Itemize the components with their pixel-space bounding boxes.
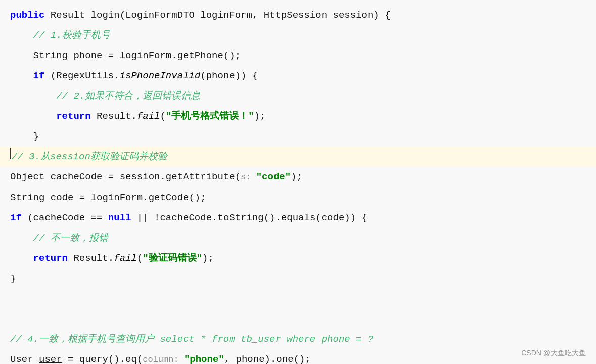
code-line-16	[0, 309, 596, 329]
code-line-14: }	[0, 268, 596, 289]
code-text: (cacheCode ==	[22, 209, 108, 227]
method-fail: fail	[114, 249, 137, 267]
code-text: Result.	[68, 249, 114, 267]
code-indent	[10, 229, 33, 247]
string-value: "phone"	[184, 350, 224, 364]
comment-text: // 3.从session获取验证码并校验	[12, 148, 167, 166]
code-line-10: String code = loginForm.getCode();	[0, 188, 596, 208]
keyword-return: return	[33, 249, 68, 267]
code-line-5: // 2.如果不符合，返回错误信息	[0, 86, 596, 106]
code-line-12: // 不一致，报错	[0, 228, 596, 248]
string-value: "手机号格式错误！"	[166, 107, 254, 125]
code-text: );	[202, 249, 214, 267]
code-user-var: user	[39, 350, 62, 364]
code-text: login(LoginFormDTO loginForm, HttpSessio…	[91, 6, 391, 24]
comment-text: // 4.一致，根据手机号查询用户	[10, 330, 160, 348]
code-line-3: String phone = loginForm.getPhone();	[0, 46, 596, 66]
param-hint: column:	[143, 351, 184, 364]
keyword-return: return	[56, 107, 90, 125]
code-indent	[10, 249, 33, 267]
code-line-13: return Result.fail("验证码错误");	[0, 248, 596, 268]
code-line-8: // 3.从session获取验证码并校验	[0, 147, 596, 167]
watermark: CSDN @大鱼吃大鱼	[521, 349, 586, 358]
keyword-public: public	[10, 6, 44, 24]
code-indent	[10, 26, 33, 44]
comment-text: // 2.如果不符合，返回错误信息	[56, 87, 200, 105]
string-value: "code"	[256, 168, 291, 186]
comment-text: // 1.校验手机号	[33, 26, 110, 44]
code-text: );	[291, 168, 302, 186]
code-editor: public Result login(LoginFormDTO loginFo…	[0, 0, 596, 364]
string-value: "验证码错误"	[143, 249, 202, 267]
code-text	[10, 310, 16, 328]
code-text: , phone).one();	[224, 350, 311, 364]
code-text: User	[10, 350, 39, 364]
code-line-1: public Result login(LoginFormDTO loginFo…	[0, 5, 596, 25]
method-name: isPhoneInvalid	[120, 67, 201, 85]
code-text: }	[10, 269, 16, 288]
code-indent	[10, 87, 56, 105]
method-fail: fail	[137, 107, 160, 125]
keyword-null: null	[108, 209, 131, 227]
keyword-if: if	[10, 209, 22, 227]
code-text: (	[137, 249, 143, 267]
text-cursor	[10, 148, 11, 159]
code-text: Result	[44, 6, 90, 24]
code-line-6: return Result.fail("手机号格式错误！");	[0, 106, 596, 126]
comment-italic: select * from tb_user where phone = ?	[160, 330, 373, 348]
param-hint: s:	[241, 168, 256, 187]
code-line-7: }	[0, 126, 596, 147]
code-line-2: // 1.校验手机号	[0, 25, 596, 46]
code-line-18: User user = query().eq(column: "phone", …	[0, 349, 596, 364]
code-text: Object cacheCode = session.getAttribute(	[10, 168, 241, 186]
code-line-4: if (RegexUtils.isPhoneInvalid(phone)) {	[0, 66, 596, 86]
code-text: Result.	[91, 107, 137, 125]
code-line-15	[0, 289, 596, 309]
code-text: String code = loginForm.getCode();	[10, 189, 206, 207]
code-line-17: // 4.一致，根据手机号查询用户 select * from tb_user …	[0, 329, 596, 349]
code-text: (	[160, 107, 165, 125]
code-line-11: if (cacheCode == null || !cacheCode.toSt…	[0, 208, 596, 228]
comment-text: // 不一致，报错	[33, 229, 108, 247]
code-text: );	[254, 107, 266, 125]
code-text: (phone)) {	[200, 67, 258, 85]
code-indent	[10, 107, 56, 125]
code-text: (RegexUtils.	[44, 67, 119, 85]
keyword-if: if	[10, 67, 44, 85]
code-text: || !cacheCode.toString().equals(code)) {	[131, 209, 367, 227]
code-text: }	[10, 127, 39, 146]
code-text: String phone = loginForm.getPhone();	[10, 47, 241, 65]
code-text	[10, 290, 16, 308]
code-text: = query().eq(	[62, 350, 143, 364]
code-line-9: Object cacheCode = session.getAttribute(…	[0, 167, 596, 188]
